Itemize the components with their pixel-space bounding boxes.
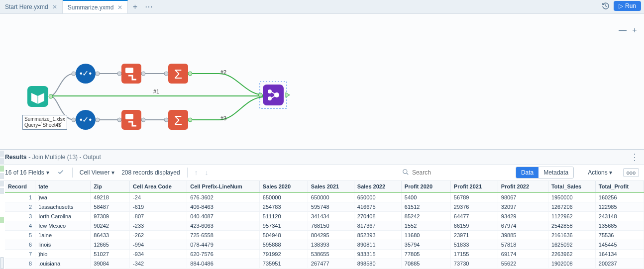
cell[interactable]: 1122962 — [548, 212, 595, 221]
run-button[interactable]: ▷ Run — [614, 1, 641, 11]
cell[interactable]: 933315 — [354, 250, 401, 259]
tab-start-here[interactable]: Start Here.yxmd ✕ — [0, 0, 63, 13]
cell[interactable]: -262 — [130, 231, 187, 240]
cell[interactable]: 200237 — [595, 259, 644, 269]
up-arrow-button[interactable]: ↑ — [195, 169, 198, 177]
table-row[interactable]: 51aine86433-262725-655850494880429585239… — [5, 231, 644, 240]
cell[interactable]: 957341 — [259, 221, 308, 231]
cell[interactable]: 57818 — [498, 240, 548, 250]
cell[interactable]: 69174 — [498, 250, 548, 259]
cell[interactable]: 3 — [5, 212, 35, 221]
cell[interactable]: 1625092 — [548, 240, 595, 250]
cell[interactable]: 98067 — [498, 192, 548, 202]
column-header[interactable]: Sales 2022 — [354, 181, 401, 192]
check-icon[interactable] — [56, 169, 65, 177]
table-row[interactable]: 4Iew Mexico90242-233423-6063957341768150… — [5, 221, 644, 231]
cell[interactable]: 61512 — [401, 202, 450, 212]
cell[interactable]: 650000 — [259, 192, 308, 202]
cell[interactable]: 77805 — [401, 250, 450, 259]
cell[interactable]: 4 — [5, 221, 35, 231]
cell[interactable]: -934 — [130, 250, 187, 259]
cell[interactable]: 620-7576 — [187, 250, 260, 259]
cell[interactable]: -807 — [130, 212, 187, 221]
cell[interactable]: 5400 — [401, 192, 450, 202]
column-header[interactable]: Cell Prefix-LineNum — [187, 181, 260, 192]
zoom-in-button[interactable]: + — [630, 26, 639, 35]
cell[interactable]: 51833 — [450, 240, 498, 250]
search-input[interactable] — [412, 169, 502, 176]
cell[interactable]: 1aine — [35, 231, 91, 240]
cell[interactable]: 1267206 — [548, 202, 595, 212]
cell[interactable]: 341434 — [308, 212, 354, 221]
cell[interactable]: 12665 — [91, 240, 130, 250]
column-header[interactable]: Total_Profit — [595, 181, 644, 192]
cell[interactable]: 650000 — [308, 192, 354, 202]
cell[interactable]: 817367 — [354, 221, 401, 231]
history-icon[interactable] — [601, 1, 611, 11]
cell[interactable]: )wa — [35, 192, 91, 202]
cell[interactable]: 1assachusetts — [35, 202, 91, 212]
table-row[interactable]: 6linois12665-994078-44795958881383938908… — [5, 240, 644, 250]
cell[interactable]: 138393 — [308, 240, 354, 250]
column-header[interactable]: Sales 2020 — [259, 181, 308, 192]
cell[interactable]: 2 — [5, 202, 35, 212]
cell[interactable]: 86433 — [91, 231, 130, 240]
cell[interactable]: 650000 — [354, 192, 401, 202]
cell[interactable]: 270408 — [354, 212, 401, 221]
cell[interactable]: 791992 — [259, 250, 308, 259]
cell[interactable]: 504948 — [259, 231, 308, 240]
new-tab-button[interactable]: + — [128, 0, 142, 13]
down-arrow-button[interactable]: ↓ — [205, 169, 209, 177]
cell[interactable]: 66159 — [450, 221, 498, 231]
cell[interactable]: Iew Mexico — [35, 221, 91, 231]
close-icon[interactable]: ✕ — [117, 4, 122, 11]
close-icon[interactable]: ✕ — [52, 3, 57, 10]
table-row[interactable]: 21assachusetts58487-619406-8463254783595… — [5, 202, 644, 212]
table-row[interactable]: 7)hio51027-934620-7576791992538655933315… — [5, 250, 644, 259]
column-header[interactable]: Zip — [91, 181, 130, 192]
cell[interactable]: 11680 — [401, 231, 450, 240]
cell[interactable]: 898580 — [354, 259, 401, 269]
column-header[interactable]: Total_Sales — [548, 181, 595, 192]
cell[interactable]: 406-8463 — [187, 202, 260, 212]
cell[interactable]: 1552 — [401, 221, 450, 231]
cell[interactable]: 2161636 — [548, 231, 595, 240]
column-header[interactable]: tate — [35, 181, 91, 192]
cell[interactable]: -24 — [130, 192, 187, 202]
cell[interactable]: 254783 — [259, 202, 308, 212]
cell[interactable]: 97309 — [91, 212, 130, 221]
cell[interactable]: )hio — [35, 250, 91, 259]
workflow-canvas[interactable]: — + #1 #2 #3 •✓• — [0, 14, 644, 149]
cell[interactable]: 423-6063 — [187, 221, 260, 231]
cell-viewer-dropdown[interactable]: Cell Viewer ▾ — [80, 169, 114, 176]
column-header[interactable]: Profit 2020 — [401, 181, 450, 192]
table-row[interactable]: 1)wa49218-24676-360265000065000065000054… — [5, 192, 644, 202]
column-header[interactable]: Cell Area Code — [130, 181, 187, 192]
cell[interactable]: 29376 — [450, 202, 498, 212]
fields-dropdown[interactable]: 16 of 16 Fields ▾ — [5, 169, 49, 176]
cell[interactable]: 23971 — [450, 231, 498, 240]
cell[interactable]: .ouisiana — [35, 259, 91, 269]
cell[interactable]: 040-4087 — [187, 212, 260, 221]
actions-dropdown[interactable]: Actions ▾ — [588, 169, 612, 176]
cell[interactable]: 1950000 — [548, 192, 595, 202]
column-header[interactable]: Sales 2021 — [308, 181, 354, 192]
cell[interactable]: 676-3602 — [187, 192, 260, 202]
ooo-button[interactable]: ooo — [623, 168, 639, 177]
column-header[interactable]: Record — [5, 181, 35, 192]
cell[interactable]: 67974 — [498, 221, 548, 231]
panel-menu-button[interactable]: ⋮ — [630, 152, 639, 163]
cell[interactable]: 243148 — [595, 212, 644, 221]
cell[interactable]: 2542858 — [548, 221, 595, 231]
cell[interactable]: 135685 — [595, 221, 644, 231]
cell[interactable]: 70885 — [401, 259, 450, 269]
cell[interactable]: 93429 — [498, 212, 548, 221]
cell[interactable]: 7 — [5, 250, 35, 259]
column-header[interactable]: Profit 2022 — [498, 181, 548, 192]
cell[interactable]: 8 — [5, 259, 35, 269]
cell[interactable]: 35794 — [401, 240, 450, 250]
cell[interactable]: linois — [35, 240, 91, 250]
cell[interactable]: 852393 — [354, 231, 401, 240]
cell[interactable]: 725-6558 — [187, 231, 260, 240]
cell[interactable]: 85242 — [401, 212, 450, 221]
